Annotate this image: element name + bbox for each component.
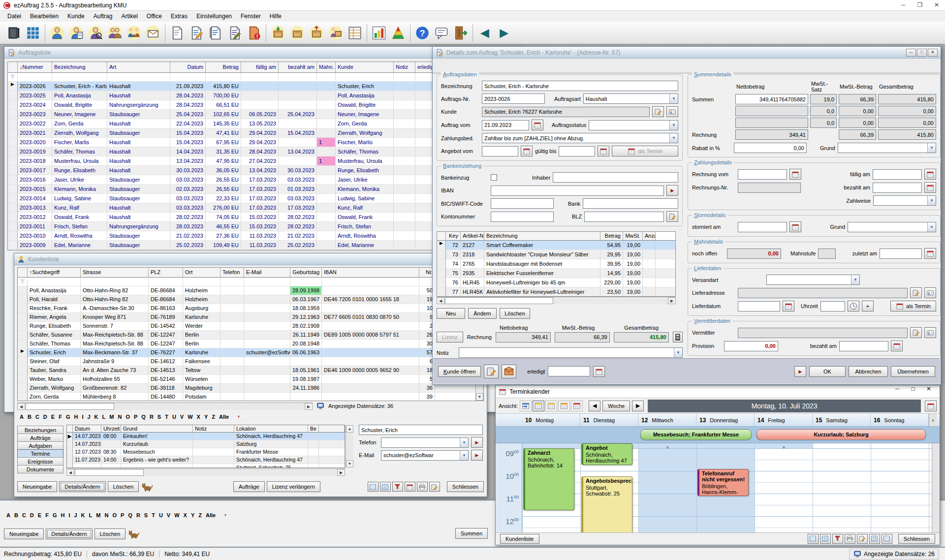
table-row[interactable]: Steiner, OlafJahnstraße 9DE-14612Falkens… bbox=[18, 357, 483, 366]
kunde-select-button[interactable] bbox=[666, 106, 678, 117]
allday-event[interactable]: Kurzurlaub; Salzburg bbox=[756, 429, 926, 440]
termine-subgrid[interactable]: DatumUhrzeitGrundNotizLokationBe▶14.07.2… bbox=[66, 425, 345, 468]
column-header[interactable]: Art bbox=[107, 62, 170, 72]
auftrag-vom-field[interactable]: 21.09.2023 bbox=[482, 120, 529, 130]
column-header[interactable]: Ort bbox=[183, 268, 220, 277]
funnel-red-button[interactable] bbox=[832, 534, 843, 544]
toolbar-button-order-write[interactable] bbox=[225, 24, 244, 42]
toolbar-button-article-receive[interactable] bbox=[269, 24, 287, 42]
column-header[interactable]: PLZ bbox=[149, 268, 183, 277]
list-ic-button[interactable] bbox=[368, 482, 378, 492]
loeschen-button[interactable]: Löschen bbox=[94, 529, 126, 539]
provision-bezahlt-am-datepicker[interactable] bbox=[891, 341, 903, 351]
versandart-combo[interactable]: ▼ bbox=[766, 275, 860, 285]
calendar-grid[interactable]: 0900100011001200▲▲ZahnarztSchönaich, Bah… bbox=[496, 443, 940, 535]
column-header[interactable]: ↑Suchbegriff bbox=[28, 268, 81, 277]
toolbar-button-customer-search[interactable] bbox=[86, 24, 105, 42]
day-header[interactable]: 16Sonntag bbox=[871, 414, 929, 426]
cal-ic-button[interactable] bbox=[405, 482, 415, 492]
table-row[interactable]: ▶Schuster, ErichMax-Beckmann-Str. 37DE-7… bbox=[18, 348, 483, 357]
relations-tab-termine[interactable]: Termine bbox=[17, 449, 63, 458]
alphabet-letter[interactable]: T bbox=[150, 512, 157, 519]
list-ic-button[interactable] bbox=[808, 534, 819, 544]
alphabet-letter[interactable]: M bbox=[108, 413, 115, 420]
toolbar-button-order-edit[interactable] bbox=[187, 24, 206, 42]
position-aendern-button[interactable]: Ändern bbox=[468, 308, 497, 319]
table-row[interactable]: 742765Handstaubsauger mit Bodenset39,951… bbox=[437, 259, 675, 269]
calendar-event[interactable]: AngebotSchönaich, Herdlauchring 47 bbox=[581, 443, 632, 465]
column-header[interactable]: IBAN bbox=[322, 268, 419, 277]
termine-vertical-scrollbar[interactable]: ▲▼ bbox=[346, 425, 353, 467]
liefer-als-termin-button[interactable]: als Termin bbox=[890, 301, 936, 311]
alphabet-letter[interactable]: H bbox=[59, 512, 66, 519]
toolbar-button-article-give[interactable] bbox=[307, 24, 326, 42]
email-senden-button[interactable] bbox=[502, 365, 516, 378]
calculator-button[interactable] bbox=[673, 332, 683, 342]
week-view-button[interactable]: Woche bbox=[602, 401, 630, 411]
menu-item-kunde[interactable]: Kunde bbox=[63, 11, 89, 21]
email-combo[interactable]: schuster@ezSoftwar▼ bbox=[381, 450, 469, 461]
blz-field[interactable] bbox=[584, 212, 664, 222]
uhrzeit-clock-button[interactable] bbox=[848, 301, 859, 311]
auftragsart-combo[interactable]: Haushalt▼ bbox=[583, 93, 678, 104]
table-row[interactable]: Zorn, GerdaMühlenberg 8DE-14480Potsdam39 bbox=[18, 393, 483, 401]
toolbar-button-feedback[interactable] bbox=[432, 24, 451, 42]
details-aendern-button[interactable]: Details/Ändern bbox=[46, 529, 92, 539]
calendar-event[interactable]: ZahnarztSchönaich, Bahnhofstr. 14 bbox=[523, 448, 574, 510]
kundenliste-horizontal-scrollbar[interactable]: ◀▶ bbox=[17, 403, 313, 410]
minimize-button[interactable]: ─ bbox=[906, 49, 916, 57]
auftraege-button[interactable]: Aufträge bbox=[233, 481, 265, 492]
alphabet-letter[interactable]: B bbox=[26, 413, 33, 420]
edit-ic-button[interactable] bbox=[429, 482, 440, 492]
alphabet-letter[interactable]: K bbox=[93, 413, 100, 420]
table-row[interactable]: Poll, AnastasijaOtto-Hahn-Ring 82DE-8668… bbox=[18, 286, 483, 295]
menu-item-artikel[interactable]: Artikel bbox=[117, 11, 142, 21]
column-header[interactable]: Strasse bbox=[81, 268, 149, 277]
menu-item-fenster[interactable]: Fenster bbox=[236, 11, 265, 21]
column-header[interactable]: Key bbox=[446, 232, 461, 240]
kunde-edit-button[interactable] bbox=[652, 106, 664, 117]
calendar-event[interactable]: Telefonanruf nicht vergessen!Böblingen, … bbox=[697, 469, 749, 496]
gueltig-bis-field[interactable] bbox=[559, 146, 595, 156]
column-header[interactable]: Artikel-Nr. bbox=[461, 232, 484, 240]
close-button[interactable]: ✕ bbox=[921, 385, 937, 398]
toolbar-button-pyramid[interactable] bbox=[389, 24, 408, 42]
alphabet-letter[interactable]: Z bbox=[210, 413, 217, 420]
alphabet-letter[interactable]: Q bbox=[140, 413, 147, 420]
angebot-vom-datepicker[interactable] bbox=[521, 146, 533, 156]
vermittler-edit-button[interactable] bbox=[910, 327, 922, 338]
menu-item-hilfe[interactable]: Hilfe bbox=[265, 11, 286, 21]
relations-tab-ereignisse[interactable]: Ereignisse bbox=[17, 457, 63, 466]
alphabet-letter[interactable]: F bbox=[44, 512, 50, 519]
erledigt-datepicker[interactable] bbox=[593, 366, 605, 377]
column-header[interactable]: Lokation bbox=[234, 425, 308, 432]
menu-item-einstellungen[interactable]: Einstellungen bbox=[192, 11, 236, 21]
alphabet-letter[interactable]: H bbox=[72, 413, 79, 420]
table-row[interactable]: 12.07.202308:30MessebesuchFrankfurter Me… bbox=[67, 448, 345, 456]
schliessen-button[interactable]: Schliessen bbox=[447, 481, 484, 492]
allday-event[interactable]: Messebesuch; Frankfurter Messe bbox=[640, 429, 752, 440]
brief-schreiben-button[interactable] bbox=[484, 365, 499, 378]
menu-item-extras[interactable]: Extras bbox=[166, 11, 192, 21]
table-row[interactable]: 76HLR45Honeywell-Luftreiniger bis 45 qm2… bbox=[437, 278, 675, 287]
zuletzt-am-field[interactable] bbox=[880, 249, 922, 259]
filter-funnel-icon[interactable] bbox=[221, 511, 230, 519]
kundenliste-grid[interactable]: ↑SuchbegriffStrassePLZOrtTelefonE-MailGe… bbox=[17, 267, 484, 401]
toolbar-button-customer-deal[interactable] bbox=[125, 24, 143, 42]
kunde-oeffnen-button[interactable]: Kunde öffnen bbox=[438, 366, 481, 377]
schliessen-button[interactable]: Schliessen bbox=[898, 534, 935, 544]
grid-ic-button[interactable] bbox=[380, 482, 391, 492]
calendar-event[interactable]: AngebotsbesprechungStuttgart, Schwabstr.… bbox=[581, 476, 632, 535]
lieferdatum-field[interactable] bbox=[738, 301, 780, 311]
uhrzeit-field[interactable] bbox=[820, 301, 845, 311]
column-header[interactable]: Mahn. bbox=[317, 62, 336, 72]
calendar-view5-button[interactable] bbox=[571, 401, 583, 411]
day-header[interactable]: 14Freitag bbox=[755, 414, 813, 426]
alphabet-letter[interactable]: Alle bbox=[204, 512, 217, 519]
alphabet-letter[interactable]: T bbox=[163, 413, 170, 420]
printer-button[interactable] bbox=[417, 482, 428, 492]
alphabet-letter[interactable]: P bbox=[119, 512, 126, 519]
table-row[interactable]: 732318Sandwichtoaster "Croque Monsieur" … bbox=[437, 250, 675, 259]
alphabet-letter[interactable]: P bbox=[132, 413, 139, 420]
table-row[interactable]: ▶14.07.202308:00Einkaufen!Schönaich, Her… bbox=[67, 433, 345, 440]
